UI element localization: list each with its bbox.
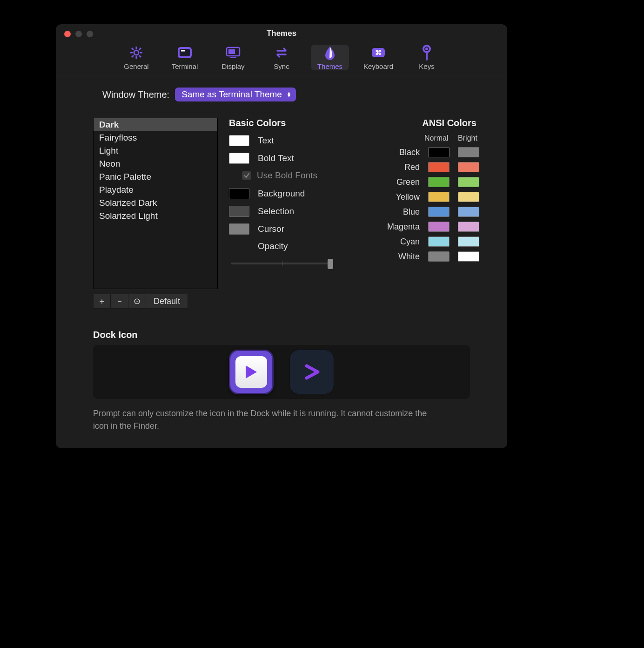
dock-icon-dark[interactable] xyxy=(289,350,334,394)
tab-keyboard[interactable]: ⌘Keyboard xyxy=(359,45,397,70)
ansi-label: Yellow xyxy=(396,192,420,202)
text-swatch[interactable] xyxy=(229,135,249,146)
use-bold-fonts-row[interactable]: Use Bold Fonts xyxy=(242,170,345,181)
toolbar-label: Terminal xyxy=(172,62,198,70)
ansi-colors-column: ANSI Colors Normal Bright BlackRedGreenY… xyxy=(356,118,479,309)
window-title: Themes xyxy=(56,24,507,43)
keys-icon xyxy=(421,45,433,61)
ellipsis-circle-icon: ⊙ xyxy=(134,296,141,306)
ansi-row: Yellow xyxy=(356,192,479,202)
ansi-yellow-bright[interactable] xyxy=(458,192,479,202)
more-theme-button[interactable]: ⊙ xyxy=(128,294,146,309)
color-row-cursor: Cursor xyxy=(229,223,345,235)
gear-icon xyxy=(129,45,143,61)
tab-display[interactable]: Display xyxy=(214,45,252,70)
ansi-magenta-normal[interactable] xyxy=(428,222,449,232)
ansi-red-bright[interactable] xyxy=(458,162,479,172)
close-button[interactable] xyxy=(64,31,71,37)
background-swatch[interactable] xyxy=(229,188,249,199)
svg-rect-14 xyxy=(230,57,236,58)
ansi-cyan-bright[interactable] xyxy=(458,236,479,247)
plus-icon: ＋ xyxy=(98,296,106,307)
cursor-swatch[interactable] xyxy=(229,223,249,235)
theme-list-column: DarkFairyflossLightNeonPanic PalettePlay… xyxy=(93,118,218,309)
dock-icon-light[interactable] xyxy=(229,350,274,394)
svg-line-7 xyxy=(139,48,141,50)
theme-item[interactable]: Solarized Dark xyxy=(94,196,217,209)
remove-theme-button[interactable]: － xyxy=(111,294,128,309)
ansi-column-headers: Normal Bright xyxy=(356,134,479,142)
dock-icon-heading: Dock Icon xyxy=(93,330,470,340)
ansi-label: White xyxy=(398,252,420,262)
window-theme-value: Same as Terminal Theme xyxy=(181,89,282,100)
window-theme-select[interactable]: Same as Terminal Theme ▲▼ xyxy=(175,88,296,101)
selection-swatch[interactable] xyxy=(229,206,249,217)
toolbar-label: Themes xyxy=(317,62,342,70)
minimize-button[interactable] xyxy=(75,31,82,37)
theme-item[interactable]: Solarized Light xyxy=(94,209,217,223)
color-row-background: Background xyxy=(229,188,345,199)
dock-icon-note: Prompt can only customize the icon in th… xyxy=(93,407,428,432)
ansi-cyan-normal[interactable] xyxy=(428,236,449,247)
tab-themes[interactable]: Themes xyxy=(311,45,349,70)
opacity-slider[interactable] xyxy=(231,258,333,269)
ansi-row: Green xyxy=(356,177,479,187)
theme-item[interactable]: Playdate xyxy=(94,183,217,196)
ansi-white-normal[interactable] xyxy=(428,251,449,262)
dock-icon-well xyxy=(93,345,470,399)
ansi-col-bright: Bright xyxy=(456,134,479,142)
ansi-yellow-normal[interactable] xyxy=(428,192,449,202)
theme-item[interactable]: Panic Palette xyxy=(94,170,217,183)
ansi-magenta-bright[interactable] xyxy=(458,222,479,232)
display-icon xyxy=(225,45,242,61)
svg-point-18 xyxy=(425,47,428,50)
use-bold-fonts-label: Use Bold Fonts xyxy=(257,170,317,181)
opacity-label: Opacity xyxy=(258,241,288,251)
theme-item[interactable]: Neon xyxy=(94,157,217,170)
ansi-white-bright[interactable] xyxy=(458,251,479,262)
ansi-row: Magenta xyxy=(356,222,479,232)
svg-rect-11 xyxy=(181,50,185,52)
tab-keys[interactable]: Keys xyxy=(408,45,446,70)
theme-item[interactable]: Fairyfloss xyxy=(94,131,217,144)
basic-colors-column: Basic Colors TextBold Text Use Bold Font… xyxy=(229,118,345,309)
ansi-red-normal[interactable] xyxy=(428,162,449,172)
checkbox-icon xyxy=(242,171,251,180)
cursor-label: Cursor xyxy=(258,224,284,234)
ansi-green-normal[interactable] xyxy=(428,177,449,187)
ansi-label: Red xyxy=(404,162,420,172)
theme-item[interactable]: Dark xyxy=(94,118,217,131)
theme-list-actions: ＋ － ⊙ Default xyxy=(93,294,218,309)
tab-sync[interactable]: Sync xyxy=(262,45,301,70)
svg-line-8 xyxy=(132,55,134,57)
ansi-black-bright[interactable] xyxy=(458,147,479,157)
ansi-col-normal: Normal xyxy=(424,134,448,142)
default-theme-button[interactable]: Default xyxy=(146,294,188,309)
ansi-label: Magenta xyxy=(387,222,420,232)
tab-terminal[interactable]: Terminal xyxy=(166,45,204,70)
toolbar-label: Keyboard xyxy=(363,62,393,70)
ansi-blue-normal[interactable] xyxy=(428,207,449,217)
tab-general[interactable]: General xyxy=(117,45,155,70)
add-theme-button[interactable]: ＋ xyxy=(93,294,111,309)
basic-colors-heading: Basic Colors xyxy=(229,118,345,128)
theme-list[interactable]: DarkFairyflossLightNeonPanic PalettePlay… xyxy=(93,118,218,289)
svg-rect-10 xyxy=(180,49,190,56)
background-label: Background xyxy=(258,189,305,199)
zoom-button[interactable] xyxy=(87,31,93,37)
ansi-black-normal[interactable] xyxy=(428,147,449,157)
bold_text-swatch[interactable] xyxy=(229,153,249,164)
color-row-selection: Selection xyxy=(229,206,345,217)
color-row-bold_text: Bold Text xyxy=(229,153,345,164)
svg-line-6 xyxy=(139,55,141,57)
ansi-row: Cyan xyxy=(356,236,479,247)
ansi-row: Black xyxy=(356,147,479,157)
toolbar-label: Sync xyxy=(274,62,289,70)
opacity-row: Opacity xyxy=(229,241,345,251)
toolbar-label: Keys xyxy=(419,62,434,70)
ansi-green-bright[interactable] xyxy=(458,177,479,187)
ansi-blue-bright[interactable] xyxy=(458,207,479,217)
slider-thumb[interactable] xyxy=(328,259,333,269)
ansi-row: Red xyxy=(356,162,479,172)
theme-item[interactable]: Light xyxy=(94,144,217,157)
